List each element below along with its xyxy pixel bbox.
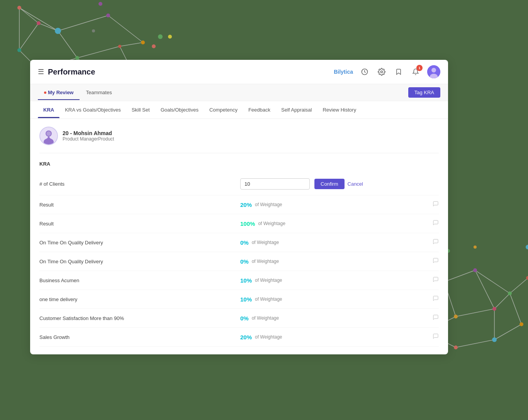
svg-point-67 — [526, 245, 528, 249]
comment-icon-6[interactable] — [433, 295, 439, 303]
clock-icon[interactable] — [359, 66, 370, 77]
svg-point-51 — [454, 315, 458, 318]
tab-kra[interactable]: KRA — [38, 102, 59, 118]
kra-ontime2-label: On Time On Quality Delivery — [39, 259, 240, 264]
kra-row-sales: Sales Growth 20% of Weightage — [39, 328, 439, 347]
sub-nav: My Review Teammates Tag KRA — [30, 84, 448, 101]
kra-ontime1-label: On Time On Quality Delivery — [39, 240, 240, 246]
comment-icon-5[interactable] — [433, 276, 439, 284]
kra-row-clients: # of Clients Confirm Cancel — [39, 173, 439, 195]
kra-row-result2: Result 100% of Weightage — [39, 214, 439, 233]
comment-icon-2[interactable] — [433, 220, 439, 227]
kra-result2-percentage: 100% — [240, 220, 255, 227]
comment-icon-3[interactable] — [433, 239, 439, 246]
user-name: 20 - Mohsin Ahmad — [63, 130, 114, 136]
brand-label: Bilytica — [334, 69, 353, 75]
svg-line-0 — [19, 8, 58, 31]
tab-bar: KRA KRA vs Goals/Objectives Skill Set Go… — [30, 101, 448, 119]
svg-point-27 — [168, 35, 172, 39]
notification-bell-icon[interactable]: 1 — [410, 66, 421, 77]
svg-line-32 — [444, 270, 475, 282]
svg-point-17 — [106, 14, 110, 17]
kra-row-ontime2: On Time On Quality Delivery 0% of Weight… — [39, 252, 439, 271]
bookmark-icon[interactable] — [393, 66, 404, 77]
svg-line-43 — [456, 340, 494, 347]
confirm-button[interactable]: Confirm — [314, 179, 345, 189]
kra-row-ontime1: On Time On Quality Delivery 0% of Weight… — [39, 233, 439, 252]
svg-point-28 — [152, 44, 156, 48]
kra-customer-weightage: of Weightage — [252, 315, 279, 321]
kra-row-onetime: one time delivery 10% of Weightage — [39, 290, 439, 309]
kra-clients-input[interactable] — [240, 178, 310, 190]
svg-line-5 — [120, 42, 143, 46]
svg-line-46 — [494, 324, 521, 340]
cancel-button[interactable]: Cancel — [348, 181, 363, 187]
header-right: Bilytica — [334, 65, 440, 78]
kra-result1-percentage: 20% — [240, 202, 252, 208]
svg-point-30 — [92, 29, 95, 32]
kra-ontime2-value: 0% of Weightage — [240, 258, 433, 265]
svg-point-49 — [473, 268, 477, 272]
svg-line-3 — [58, 31, 77, 58]
notification-count: 1 — [416, 65, 423, 71]
user-role: Product ManagerProduct — [63, 136, 114, 142]
svg-line-4 — [77, 46, 120, 58]
kra-result2-weightage: of Weightage — [258, 221, 285, 226]
comment-icon-4[interactable] — [433, 257, 439, 265]
kra-clients-label: # of Clients — [39, 181, 240, 187]
kra-onetime-label: one time delivery — [39, 296, 240, 302]
svg-point-26 — [158, 34, 163, 39]
comment-icon-7[interactable] — [433, 314, 439, 322]
tab-feedback[interactable]: Feedback — [243, 102, 276, 118]
tab-self-appraisal[interactable]: Self Appraisal — [276, 102, 317, 118]
hamburger-icon[interactable]: ☰ — [38, 68, 44, 76]
kra-result1-weightage: of Weightage — [255, 202, 282, 207]
svg-point-69 — [474, 246, 477, 249]
kra-ontime1-percentage: 0% — [240, 239, 249, 246]
user-avatar[interactable] — [427, 65, 440, 78]
kra-sales-label: Sales Growth — [39, 334, 240, 340]
svg-point-54 — [492, 307, 496, 311]
section-title: KRA — [39, 161, 439, 167]
kra-row-customer: Customer Satisfaction More than 90% 0% o… — [39, 309, 439, 328]
svg-point-18 — [141, 41, 145, 44]
svg-point-57 — [520, 322, 523, 326]
kra-onetime-percentage: 10% — [240, 296, 252, 303]
kra-ontime1-weightage: of Weightage — [252, 240, 279, 245]
svg-line-2 — [108, 15, 143, 42]
svg-line-14 — [19, 23, 39, 50]
svg-point-72 — [381, 71, 383, 73]
svg-line-13 — [39, 23, 58, 31]
tab-goals-objectives[interactable]: Goals/Objectives — [155, 102, 204, 118]
comment-icon-1[interactable] — [433, 201, 439, 208]
avatar — [39, 127, 58, 145]
svg-point-22 — [17, 48, 21, 52]
sub-nav-my-review[interactable]: My Review — [38, 85, 80, 100]
kra-onetime-value: 10% of Weightage — [240, 296, 433, 303]
tag-kra-button[interactable]: Tag KRA — [408, 87, 440, 98]
svg-line-1 — [58, 15, 108, 31]
sub-nav-teammates[interactable]: Teammates — [80, 85, 118, 100]
header-left: ☰ Performance — [38, 68, 334, 76]
kra-business-percentage: 10% — [240, 277, 252, 284]
fire-dot — [44, 91, 46, 94]
kra-ontime1-value: 0% of Weightage — [240, 239, 433, 246]
tab-review-history[interactable]: Review History — [317, 102, 362, 118]
tab-skill-set[interactable]: Skill Set — [126, 102, 155, 118]
kra-business-label: Business Acumen — [39, 278, 240, 283]
app-title: Performance — [48, 68, 95, 76]
kra-customer-percentage: 0% — [240, 315, 249, 322]
kra-row-business: Business Acumen 10% of Weightage — [39, 271, 439, 290]
tab-competency[interactable]: Competency — [204, 102, 243, 118]
svg-line-41 — [456, 309, 494, 317]
user-profile-row: 20 - Mohsin Ahmad Product ManagerProduct — [39, 127, 439, 145]
svg-line-12 — [19, 8, 39, 23]
content-area: 20 - Mohsin Ahmad Product ManagerProduct… — [30, 119, 448, 354]
kra-business-value: 10% of Weightage — [240, 277, 433, 284]
kra-sales-value: 20% of Weightage — [240, 334, 433, 340]
svg-point-19 — [75, 56, 79, 60]
svg-line-34 — [510, 278, 528, 293]
gear-icon[interactable] — [376, 66, 387, 77]
tab-kra-vs-goals[interactable]: KRA vs Goals/Objectives — [59, 102, 126, 118]
comment-icon-8[interactable] — [433, 333, 439, 341]
